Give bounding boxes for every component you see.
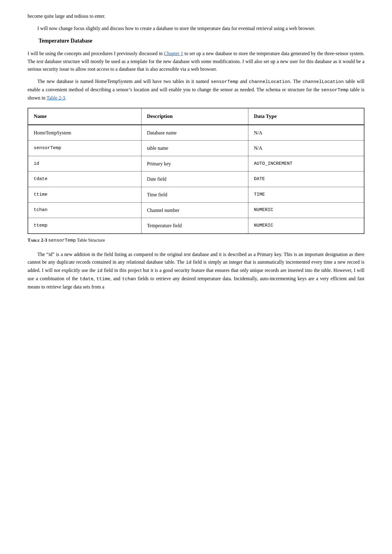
table-cell-datatype: TIME <box>248 187 364 202</box>
table-cell-datatype: N/A <box>248 125 364 141</box>
table-cell-description: Channel number <box>141 202 248 218</box>
chapter1-link[interactable]: Chapter 1 <box>164 51 183 56</box>
col-header-name: Name <box>28 108 141 125</box>
table-cell-description: Database name <box>141 125 248 141</box>
table-cell-description: table name <box>141 141 248 156</box>
paragraph-new-database: The new database is named HomeTempSystem… <box>28 77 364 102</box>
table-cell-description: Time field <box>141 187 248 202</box>
table-cell-datatype: AUTO_INCREMENT <box>248 156 364 171</box>
table-row: idPrimary keyAUTO_INCREMENT <box>28 156 364 171</box>
table-cell-description: Date field <box>141 171 248 187</box>
table-row: sensorTemptable nameN/A <box>28 141 364 156</box>
section-heading-temperature-database: Temperature Database <box>28 36 364 45</box>
paragraph-concepts: I will be using the concepts and procedu… <box>28 50 364 73</box>
col-header-description: Description <box>141 108 248 125</box>
table-cell-name: ttemp <box>28 218 141 234</box>
table-caption-label: Table 2-3 <box>28 238 47 243</box>
table-cell-name: tchan <box>28 202 141 218</box>
table-row: tchanChannel numberNUMERIC <box>28 202 364 218</box>
table-row: tdateDate fieldDATE <box>28 171 364 187</box>
table-caption-code: sensorTemp <box>48 238 76 243</box>
schema-table: Name Description Data Type HomeTempSyste… <box>28 108 364 234</box>
table-cell-description: Primary key <box>141 156 248 171</box>
paragraph-focus: I will now change focus slightly and dis… <box>28 24 364 32</box>
table23-link[interactable]: Table 2-3 <box>47 95 65 100</box>
table-row: ttempTemperature fieldNUMERIC <box>28 218 364 234</box>
col-header-datatype: Data Type <box>248 108 364 125</box>
table-cell-description: Temperature field <box>141 218 248 234</box>
table-cell-datatype: NUMERIC <box>248 202 364 218</box>
table-cell-datatype: DATE <box>248 171 364 187</box>
table-header-row: Name Description Data Type <box>28 108 364 125</box>
table-row: HomeTempSystemDatabase nameN/A <box>28 125 364 141</box>
table-cell-name: id <box>28 156 141 171</box>
schema-table-wrapper: Name Description Data Type HomeTempSyste… <box>28 108 364 244</box>
table-row: ttimeTime fieldTIME <box>28 187 364 202</box>
table-cell-name: tdate <box>28 171 141 187</box>
table-cell-name: sensorTemp <box>28 141 141 156</box>
intro-paragraph: become quite large and tedious to enter. <box>28 12 364 20</box>
table-cell-datatype: NUMERIC <box>248 218 364 234</box>
table-cell-name: HomeTempSystem <box>28 125 141 141</box>
page-content: become quite large and tedious to enter.… <box>28 12 364 291</box>
table-cell-name: ttime <box>28 187 141 202</box>
paragraph-id-field: The “id” is a new addition in the field … <box>28 251 364 291</box>
table-caption: Table 2-3 sensorTemp Table Structure <box>28 236 364 244</box>
table-cell-datatype: N/A <box>248 141 364 156</box>
